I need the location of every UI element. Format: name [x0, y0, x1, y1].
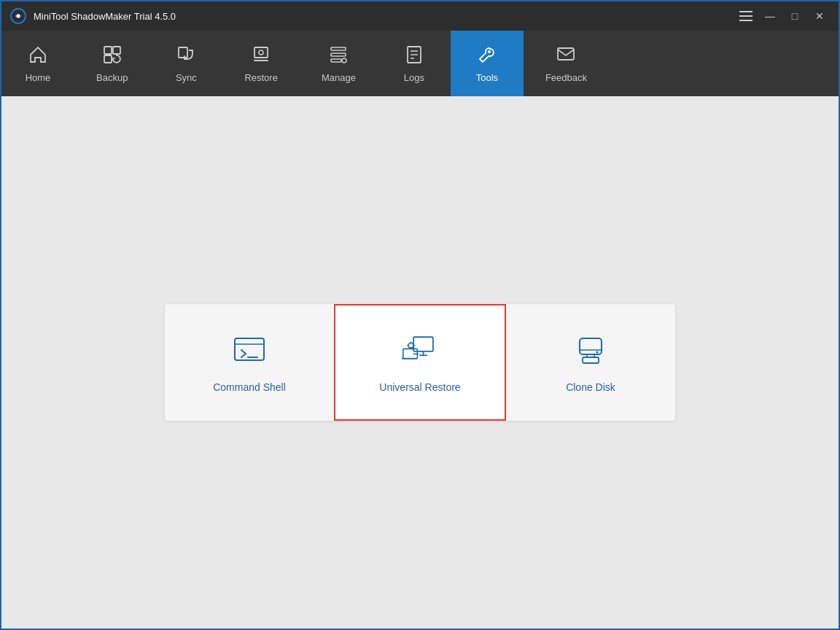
tools-icon	[477, 44, 497, 68]
close-button[interactable]: ✕	[809, 7, 830, 25]
home-icon	[28, 44, 48, 68]
logs-icon	[404, 44, 424, 68]
svg-rect-27	[580, 338, 602, 354]
nav-manage-label: Manage	[322, 72, 356, 83]
nav-bar: Home Backup	[1, 31, 839, 96]
clone-disk-label: Clone Disk	[566, 381, 615, 393]
command-shell-label: Command Shell	[213, 381, 286, 393]
clone-disk-icon	[572, 332, 609, 371]
nav-item-sync[interactable]: Sync	[149, 31, 222, 96]
svg-point-29	[596, 351, 599, 353]
svg-rect-10	[331, 59, 341, 62]
nav-item-restore[interactable]: Restore	[222, 31, 300, 96]
title-bar: MiniTool ShadowMaker Trial 4.5.0 — □ ✕	[1, 1, 839, 31]
maximize-button[interactable]: □	[785, 7, 805, 25]
app-logo	[10, 8, 26, 24]
svg-point-1	[17, 15, 20, 18]
window-controls: — □ ✕	[736, 7, 830, 25]
tools-grid: Command Shell	[165, 304, 675, 421]
menu-button[interactable]	[736, 8, 755, 24]
backup-icon	[102, 44, 122, 68]
command-shell-icon	[231, 332, 268, 371]
nav-backup-label: Backup	[96, 72, 128, 83]
svg-rect-17	[558, 48, 574, 60]
universal-restore-card[interactable]: Universal Restore	[334, 304, 506, 421]
svg-rect-8	[331, 47, 346, 50]
nav-item-home[interactable]: Home	[1, 31, 74, 96]
nav-item-feedback[interactable]: Feedback	[524, 31, 609, 96]
nav-feedback-label: Feedback	[545, 72, 587, 83]
svg-rect-9	[331, 53, 346, 56]
clone-disk-card[interactable]: Clone Disk	[506, 304, 675, 421]
manage-icon	[328, 44, 349, 68]
app-window: MiniTool ShadowMaker Trial 4.5.0 — □ ✕ H…	[0, 0, 840, 630]
nav-sync-label: Sync	[176, 72, 197, 83]
svg-rect-2	[104, 47, 112, 54]
svg-rect-30	[583, 357, 599, 363]
nav-logs-label: Logs	[404, 72, 424, 83]
svg-point-7	[259, 50, 263, 55]
feedback-icon	[556, 44, 576, 68]
nav-tools-label: Tools	[476, 72, 498, 83]
universal-restore-icon	[402, 332, 438, 371]
app-title: MiniTool ShadowMaker Trial 4.5.0	[34, 11, 736, 22]
minimize-button[interactable]: —	[760, 7, 780, 25]
command-shell-card[interactable]: Command Shell	[165, 304, 334, 421]
nav-item-backup[interactable]: Backup	[74, 31, 149, 96]
universal-restore-label: Universal Restore	[379, 381, 460, 393]
nav-item-logs[interactable]: Logs	[378, 31, 451, 96]
main-content: Command Shell	[1, 96, 839, 629]
restore-icon	[251, 44, 271, 68]
svg-point-11	[342, 58, 346, 63]
svg-rect-5	[179, 47, 187, 58]
svg-rect-6	[254, 47, 268, 58]
svg-rect-4	[104, 55, 112, 63]
svg-rect-3	[113, 47, 120, 54]
svg-point-16	[488, 50, 491, 53]
nav-restore-label: Restore	[244, 72, 278, 83]
nav-home-label: Home	[26, 72, 51, 83]
sync-icon	[176, 44, 196, 68]
nav-item-tools[interactable]: Tools	[451, 31, 524, 96]
nav-item-manage[interactable]: Manage	[300, 31, 378, 96]
